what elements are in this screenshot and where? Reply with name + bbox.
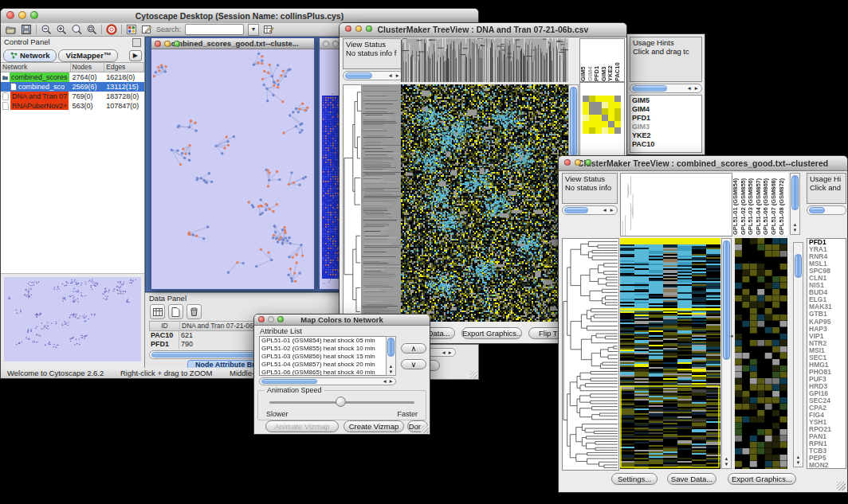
zoom-button[interactable] [30,11,38,19]
zoom-out-icon[interactable] [41,24,52,35]
gene-row-label[interactable]: PFD1 [632,114,700,123]
export-graphics-button[interactable]: Export Graphics... [461,327,522,339]
minimize-button[interactable] [332,41,339,47]
tab-overflow-arrow[interactable]: ▶ [129,50,142,61]
delete-attribute-icon[interactable] [186,304,202,319]
id-column-header[interactable]: ID [150,322,180,330]
search-input[interactable] [185,24,244,35]
attribute-option[interactable]: GPL51-04 (GSM857) heat shock 20 min [260,361,395,369]
zoom-heatmap-cell [614,115,621,121]
zoom-heatmap-cell [602,127,608,134]
zoom-button[interactable] [277,316,284,322]
birdseye-view[interactable] [4,277,141,361]
close-button[interactable] [564,159,571,166]
column-dendrogram[interactable] [401,38,568,82]
close-button[interactable] [258,316,265,322]
move-up-button[interactable]: ∧ [401,343,426,354]
export-graphics-button[interactable]: Export Graphics... [728,473,796,485]
attribute-list[interactable]: GPL51-01 (GSM854) heat shock 05 minGPL51… [259,336,396,376]
save-data-button[interactable]: Save Data... [667,473,716,485]
attribute-option[interactable]: GPL51-03 (GSM856) heat shock 15 min [260,353,395,361]
minimize-button[interactable] [268,316,274,322]
network-row-selected[interactable]: combined_sco 2569(6) 13112(15) [1,82,144,92]
tab-network[interactable]: Network [3,49,57,62]
zoom-in-icon[interactable] [56,24,67,35]
minimize-button[interactable] [575,159,581,166]
dialog-titlebar[interactable]: Map Colors to Network [254,315,430,326]
zoom-button[interactable] [174,41,180,47]
treeview1-titlebar[interactable]: ClusterMaker TreeView : DNA and Tran 07-… [340,23,626,37]
zoom-button[interactable] [366,25,372,32]
minimize-button[interactable] [164,41,171,47]
network-view-titlebar[interactable]: combined_scores_good.txt--cluste... [151,38,314,49]
heatmap-vscrollbar[interactable]: ▲▼ [721,238,732,469]
zoom-fit-icon[interactable] [71,24,82,35]
resize-grip[interactable] [837,482,846,490]
treeview2-titlebar[interactable]: ClusterMaker TreeView : combined_scores_… [559,156,847,171]
col-header-edges[interactable]: Edges [104,63,144,72]
zoom-heatmap[interactable] [583,96,621,134]
usage-hscrollbar[interactable]: ◄► [630,84,702,93]
tab-vizmapper[interactable]: VizMapper™ [58,49,118,62]
speed-slider-thumb[interactable] [336,397,346,407]
minimize-button[interactable] [355,25,362,32]
settings-button[interactable]: Settings... [611,473,658,485]
close-button[interactable] [155,41,161,47]
zoom-button[interactable] [585,159,591,166]
close-button[interactable] [6,11,14,19]
view-status-hscrollbar[interactable]: ◄► [343,71,403,80]
attribute-list-vscrollbar[interactable]: ▲▼ [386,336,396,376]
usage-hscrollbar[interactable] [807,205,846,215]
zoom-heatmap-cell [589,121,595,127]
column-dendrogram[interactable] [620,173,732,236]
gene-row-label[interactable]: GIM5 [632,96,700,105]
float-panel-icon[interactable] [132,38,141,47]
gene-list[interactable]: PFD1YRA1RNR4MSL1SPC98CLN1NIS1BUD4ELG1MAK… [807,238,846,469]
help-lifering-icon[interactable] [106,24,117,35]
heatmap-canvas[interactable] [401,84,568,322]
attribute-option[interactable]: GPL51-02 (GSM855) heat shock 10 min [260,345,395,353]
zoom-selected-icon[interactable] [86,24,97,35]
column-labels-vscrollbar[interactable]: ▲▼ [790,173,800,235]
row-dendrogram[interactable] [343,84,362,323]
new-attribute-icon[interactable] [168,304,183,319]
zoom-vscrollbar[interactable]: ▲▼ [793,242,803,467]
zoom-heatmap[interactable] [735,238,787,469]
open-folder-icon[interactable] [6,24,17,35]
splitter-arrow-icon[interactable]: ◂ [730,333,733,339]
save-icon[interactable] [21,24,32,35]
search-dropdown-button[interactable]: ▼ [248,24,259,36]
gene-row-label[interactable]: GIM3 [632,123,700,131]
column-label[interactable]: PAC10 [614,39,622,81]
network-canvas[interactable] [151,49,314,289]
attribute-table-icon[interactable] [150,304,165,319]
minimize-button[interactable] [18,11,26,19]
create-vizmap-button[interactable]: Create Vizmap [344,420,404,432]
network-table-header[interactable]: Network Nodes Edges [1,62,144,72]
resize-grip[interactable] [470,371,477,378]
annotation-icon[interactable] [141,24,152,35]
network-row[interactable]: DNA and Tran 07 769(0) 183728(0) [1,92,144,101]
vizmapper-icon[interactable] [126,24,137,35]
gene-row-label[interactable]: YKE2 [632,131,700,140]
table-edit-icon[interactable] [263,24,274,35]
gene-row-label[interactable]: PAC10 [632,140,700,149]
animate-vizmap-button[interactable]: Animate Vizmap [265,420,339,432]
row-dendrogram[interactable] [562,238,619,471]
view-status-hscrollbar[interactable]: ◄► [562,205,618,215]
col-header-network[interactable]: Network [1,63,71,72]
resize-grip[interactable] [421,425,429,433]
attribute-option[interactable]: GPL51-01 (GSM854) heat shock 05 min [260,337,395,345]
treeview1-title: ClusterMaker TreeView : DNA and Tran 07-… [340,23,626,37]
close-button[interactable] [323,41,329,47]
col-header-nodes[interactable]: Nodes [71,63,105,72]
move-down-button[interactable]: ∨ [401,359,426,369]
attribute-option[interactable]: GPL51-06 (GSM865) heat shock 40 min [260,369,395,376]
gene-row-label[interactable]: GIM4 [632,105,700,114]
column-label[interactable]: GPL51-08 (GSM872) [779,173,787,235]
attribute-list-hscrollbar[interactable]: ◄► [259,377,396,385]
close-button[interactable] [345,25,351,32]
gene-label[interactable]: MON2 [807,462,846,469]
heatmap-canvas[interactable] [620,238,720,469]
network-row[interactable]: combined_scores 2764(0) 16218(0) [1,72,144,82]
